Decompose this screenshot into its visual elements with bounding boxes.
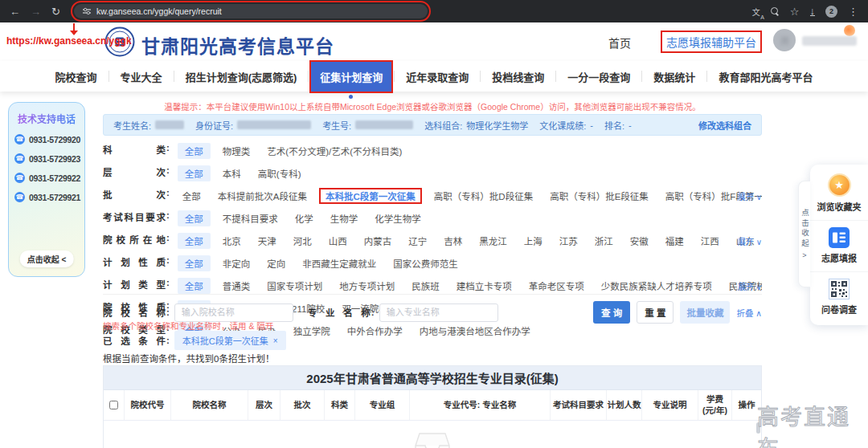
filter-option[interactable]: 吉林 xyxy=(439,233,467,249)
browser-profile-icon[interactable]: 2 xyxy=(825,6,837,18)
tab-8[interactable]: 数据统计 xyxy=(645,62,704,92)
assist-platform-link[interactable]: 志愿填报辅助平台 xyxy=(661,31,762,53)
tab-1[interactable]: 院校查询 xyxy=(47,62,106,92)
support-collapse-button[interactable]: 点击收起 < xyxy=(20,250,74,267)
filter-option[interactable]: 全部 xyxy=(178,143,211,159)
filter-option[interactable]: 高职(专科) xyxy=(253,165,306,181)
phone-number[interactable]: 0931-5729921 xyxy=(29,193,80,202)
filter-option[interactable]: 江苏 xyxy=(555,233,583,249)
filter-option[interactable]: 地方专项计划 xyxy=(334,278,399,294)
home-link[interactable]: 首页 xyxy=(608,35,631,51)
filter-option[interactable]: 全部 xyxy=(178,278,211,294)
filter-option[interactable]: 非定向 xyxy=(218,255,256,271)
filter-option[interactable]: 定向 xyxy=(262,255,290,271)
phone-number[interactable]: 0931-5729922 xyxy=(29,173,80,183)
filter-option[interactable]: 国家公费师范生 xyxy=(388,255,463,271)
filter-option[interactable]: 物理类 xyxy=(218,143,256,159)
filter-label: 层次 xyxy=(103,165,166,178)
avatar[interactable]: 测 xyxy=(773,29,796,51)
filter-option[interactable]: 建档立卡专项 xyxy=(452,278,517,294)
filter-option[interactable]: 河北 xyxy=(289,233,317,249)
filter-option[interactable]: 艺术(不分文理)/艺术(不分科目类) xyxy=(262,143,407,159)
filter-option[interactable]: 国家专项计划 xyxy=(262,278,327,294)
search-tip: 搜索多个院校名称和专业名称时，请用 & 隔开 xyxy=(103,320,273,332)
student-name-redacted xyxy=(155,120,184,129)
translate-glyph: 文 xyxy=(752,8,760,17)
tab-4[interactable]: 征集计划查询 xyxy=(311,62,391,92)
filter-option[interactable]: 全部 xyxy=(178,255,211,271)
expand-link[interactable]: 展开 ∨ xyxy=(738,235,762,247)
filter-row-6: 计划性质:全部非定向定向非西藏生定藏就业国家公费师范生 xyxy=(103,252,762,275)
annotation-arrow xyxy=(73,23,75,31)
expand-link[interactable]: 展开 ∨ xyxy=(738,190,762,202)
zoom-icon[interactable] xyxy=(771,7,780,16)
tab-5[interactable]: 近年录取查询 xyxy=(397,62,477,92)
filter-option[interactable]: 生物学 xyxy=(326,210,363,226)
filter-option[interactable]: 全部 xyxy=(178,210,211,226)
filter-option[interactable]: 黑龙江 xyxy=(474,233,512,249)
selected-label: 已选条件 xyxy=(103,334,166,347)
filter-option[interactable]: 非西藏生定藏就业 xyxy=(297,255,381,271)
expand-link[interactable]: 展开 ∨ xyxy=(738,280,762,292)
batch-favorite-button[interactable]: 批量收藏 xyxy=(680,301,730,324)
remove-condition-icon[interactable]: × xyxy=(273,336,278,345)
filter-option[interactable]: 普通类 xyxy=(218,278,256,294)
filter-option[interactable]: 安徽 xyxy=(625,233,653,249)
column-header-8: 考试科目要求 xyxy=(551,390,607,420)
translate-icon[interactable]: 文A xyxy=(752,6,760,18)
tab-3[interactable]: 招生计划查询(志愿筛选) xyxy=(177,62,306,92)
back-icon[interactable]: ← xyxy=(10,6,20,17)
tab-6[interactable]: 投档线查询 xyxy=(483,62,553,92)
fold-link[interactable]: 折叠 ∧ xyxy=(736,307,762,319)
bookmark-star-icon[interactable]: ☆ xyxy=(790,6,800,17)
select-all-checkbox[interactable] xyxy=(109,401,118,409)
filter-option[interactable]: 民族班 xyxy=(407,278,444,294)
panel-collapse-button[interactable]: 点击收起 > xyxy=(798,181,810,287)
quick-item-2[interactable]: 志愿填报 xyxy=(810,221,868,272)
phone-number[interactable]: 0931-5729923 xyxy=(29,154,80,164)
tab-9[interactable]: 教育部阳光高考平台 xyxy=(710,62,821,92)
filter-option[interactable]: 上海 xyxy=(519,233,547,249)
tab-2[interactable]: 专业大全 xyxy=(112,62,171,92)
filter-option[interactable]: 革命老区专项 xyxy=(524,278,589,294)
phone-number[interactable]: 0931-5729920 xyxy=(29,135,80,145)
filter-option[interactable]: 北京 xyxy=(218,233,246,249)
filter-option[interactable]: 不提科目要求 xyxy=(218,210,283,226)
colon: : xyxy=(166,336,170,345)
filter-option[interactable]: 高职（专科）批D段征集 xyxy=(429,188,538,204)
reload-icon[interactable]: ↻ xyxy=(51,6,60,17)
major-name-input[interactable] xyxy=(379,303,498,322)
filter-option[interactable]: 化学 xyxy=(290,210,318,226)
filter-option[interactable]: 全部 xyxy=(178,188,206,204)
quick-item-1[interactable]: ★浏览收藏夹 xyxy=(810,167,868,221)
filter-option[interactable]: 全部 xyxy=(178,165,211,181)
filter-option[interactable]: 本科批C段第一次征集 xyxy=(319,188,422,204)
filter-option[interactable]: 高职（专科）批E段征集 xyxy=(545,188,653,204)
nav-tabs: 院校查询专业大全招生计划查询(志愿筛选)征集计划查询近年录取查询投档线查询一分一… xyxy=(0,61,868,92)
filter-option[interactable]: 全部 xyxy=(178,233,211,249)
exam-no-label: 考生号: xyxy=(322,119,351,132)
download-icon[interactable]: ↓ xyxy=(810,6,816,17)
modify-subjects-link[interactable]: 修改选科组合 xyxy=(698,119,751,132)
filter-option[interactable]: 江西 xyxy=(696,233,724,249)
filter-option[interactable]: 山西 xyxy=(324,233,352,249)
filter-option[interactable]: 本科提前批次A段征集 xyxy=(213,188,312,204)
filter-option[interactable]: 本科 xyxy=(218,165,246,181)
url-bar[interactable]: kw.ganseea.cn/yggk/query/recruit xyxy=(74,4,428,18)
filter-option[interactable]: 辽宁 xyxy=(403,233,432,249)
browser-menu-icon[interactable]: ⋮ xyxy=(848,6,858,17)
filter-option[interactable]: 浙江 xyxy=(590,233,618,249)
filter-option[interactable]: 内蒙古 xyxy=(359,233,397,249)
selected-condition-tag[interactable]: 本科批C段第一次征集 × xyxy=(174,331,286,350)
filter-option[interactable]: 少数民族紧缺人才培养专项 xyxy=(596,278,717,294)
filter-option[interactable]: 福建 xyxy=(661,233,689,249)
filter-option[interactable]: 化学生物学 xyxy=(370,210,426,226)
browser-toolbar: ← → ↻ kw.ganseea.cn/yggk/query/recruit 文… xyxy=(0,0,868,22)
reset-button[interactable]: 重 置 xyxy=(637,301,674,324)
tab-separator xyxy=(308,71,309,82)
forward-icon[interactable]: → xyxy=(31,6,41,17)
tab-7[interactable]: 一分一段查询 xyxy=(559,62,639,92)
quick-item-3[interactable]: 问卷调查 xyxy=(810,272,868,323)
filter-option[interactable]: 天津 xyxy=(253,233,281,249)
query-button[interactable]: 查 询 xyxy=(593,301,630,324)
